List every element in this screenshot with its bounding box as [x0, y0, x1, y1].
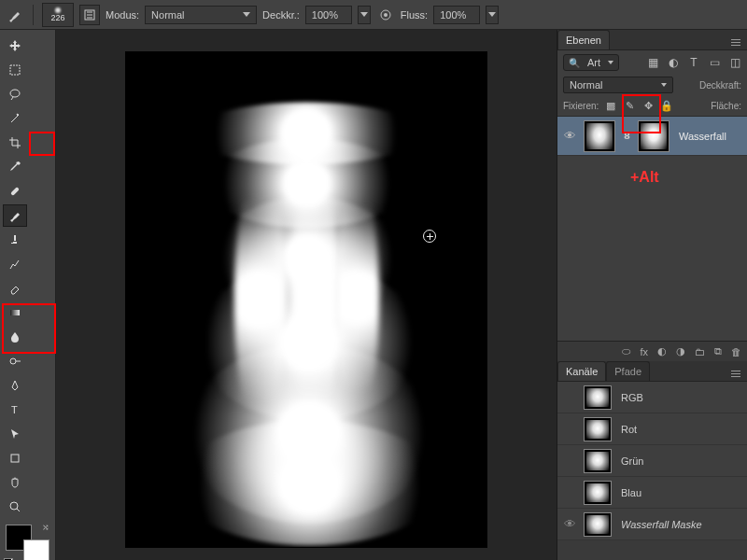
brush-preset-picker[interactable]: 226	[42, 3, 74, 27]
layers-panel-footer: ⬭ fx ◐ ◑ 🗀 ⧉ 🗑	[557, 341, 747, 361]
wand-tool[interactable]	[3, 107, 27, 130]
svg-rect-3	[10, 65, 20, 75]
channel-row[interactable]: 👁 Wasserfall Maske	[557, 509, 747, 540]
caret-down-icon	[608, 61, 613, 64]
tab-channels[interactable]: Kanäle	[557, 361, 606, 381]
filter-type-icon[interactable]: T	[687, 56, 700, 69]
color-swatches[interactable]: ⤭	[4, 523, 51, 560]
annotation-text: +Alt	[630, 169, 659, 186]
caret-down-icon	[243, 12, 250, 17]
history-brush-tool[interactable]	[3, 253, 27, 275]
link-layers-icon[interactable]: ⬭	[622, 345, 630, 357]
new-layer-icon[interactable]: ⧉	[714, 345, 722, 357]
waterfall-image	[162, 85, 451, 533]
filter-smart-icon[interactable]: ◫	[728, 56, 741, 69]
brush-panel-toggle[interactable]	[79, 5, 100, 25]
filter-shape-icon[interactable]: ▭	[708, 56, 721, 69]
channel-thumbnail	[584, 385, 612, 410]
eyedropper-tool[interactable]	[3, 156, 27, 178]
tab-paths[interactable]: Pfade	[606, 361, 650, 381]
marquee-tool[interactable]	[3, 59, 27, 81]
gradient-tool[interactable]	[3, 301, 27, 324]
channel-name: Rot	[621, 424, 637, 435]
layer-list: 👁 𝟴 Wasserfall +Alt	[557, 117, 747, 341]
new-group-icon[interactable]: 🗀	[695, 346, 705, 357]
shape-tool[interactable]	[3, 447, 27, 469]
pen-tool[interactable]	[3, 374, 27, 397]
lock-transparent-icon[interactable]: ▩	[604, 99, 617, 112]
dodge-tool[interactable]	[3, 350, 27, 372]
channel-thumbnail	[584, 481, 612, 505]
channel-thumbnail	[584, 417, 612, 441]
layers-panel-tabs: Ebenen	[557, 30, 747, 50]
visibility-toggle[interactable]: 👁	[561, 129, 578, 143]
layer-filter-label: Art	[587, 57, 600, 68]
lock-position-icon[interactable]: ✥	[641, 99, 655, 112]
blend-mode-select[interactable]: Normal	[145, 6, 257, 24]
opacity-value: 100%	[312, 9, 338, 21]
layer-row[interactable]: 👁 𝟴 Wasserfall	[557, 117, 747, 156]
layer-filter-type[interactable]: 🔍 Art	[563, 54, 619, 71]
zoom-tool[interactable]	[3, 496, 27, 518]
layer-mask-thumbnail[interactable]	[638, 120, 669, 152]
background-swatch[interactable]	[23, 539, 49, 560]
flow-dropdown[interactable]	[486, 6, 499, 24]
layer-name[interactable]: Wasserfall	[679, 131, 726, 142]
flow-label: Fluss:	[401, 9, 428, 21]
lock-all-icon[interactable]: 🔒	[660, 99, 673, 112]
move-tool[interactable]	[3, 35, 27, 57]
opacity-field[interactable]: 100%	[305, 6, 352, 24]
mode-label: Modus:	[106, 9, 139, 21]
layers-panel: 🔍 Art ▦ ◐ T ▭ ◫ Normal Deckkraft:	[557, 50, 747, 341]
svg-point-10	[10, 502, 18, 510]
fill-label: Fläche:	[711, 101, 741, 111]
search-icon: 🔍	[569, 58, 580, 68]
svg-point-7	[10, 358, 16, 364]
path-select-tool[interactable]	[3, 423, 27, 445]
eraser-tool[interactable]	[3, 277, 27, 300]
swap-colors-icon[interactable]: ⤭	[42, 523, 49, 532]
add-adjustment-icon[interactable]: ◑	[676, 345, 685, 357]
opacity-dropdown[interactable]	[358, 6, 371, 24]
delete-layer-icon[interactable]: 🗑	[731, 346, 741, 357]
tool-preset-icon[interactable]	[6, 6, 24, 24]
panel-menu-icon[interactable]	[728, 366, 743, 381]
caret-down-icon	[360, 12, 368, 17]
flow-field[interactable]: 100%	[433, 6, 480, 24]
panel-menu-icon[interactable]	[728, 35, 743, 49]
type-tool[interactable]: T	[3, 399, 27, 421]
filter-adjust-icon[interactable]: ◐	[667, 56, 680, 69]
canvas-area[interactable]	[56, 30, 557, 560]
tab-layers[interactable]: Ebenen	[557, 30, 610, 49]
channel-name: Blau	[621, 487, 641, 498]
caret-down-icon	[488, 12, 496, 17]
filter-pixel-icon[interactable]: ▦	[646, 56, 659, 69]
opacity-label: Deckkr.:	[262, 9, 300, 21]
pressure-opacity-icon[interactable]	[376, 6, 395, 24]
blur-tool[interactable]	[3, 326, 27, 348]
fx-icon[interactable]: fx	[640, 346, 648, 357]
hand-tool[interactable]	[3, 471, 27, 494]
layer-blend-select[interactable]: Normal	[563, 77, 673, 93]
stamp-tool[interactable]	[3, 229, 27, 251]
channels-panel-tabs: Kanäle Pfade	[557, 361, 747, 382]
channel-name: Wasserfall Maske	[621, 519, 702, 530]
healing-tool[interactable]	[3, 180, 27, 203]
add-mask-icon[interactable]: ◐	[657, 345, 667, 357]
channel-row[interactable]: Rot	[557, 413, 747, 445]
caret-down-icon	[661, 83, 667, 87]
channel-name: Grün	[621, 455, 643, 467]
brush-tool[interactable]	[3, 204, 27, 227]
channel-row[interactable]: Grün	[557, 445, 747, 477]
channel-row[interactable]: Blau	[557, 477, 747, 509]
lasso-tool[interactable]	[3, 83, 27, 105]
layer-thumbnail[interactable]	[584, 120, 615, 152]
brush-cursor	[423, 230, 436, 243]
toolbox: T ⤭	[0, 30, 56, 560]
mask-link-icon[interactable]: 𝟴	[621, 131, 632, 141]
options-bar: 226 Modus: Normal Deckkr.: 100% Fluss: 1…	[0, 0, 747, 30]
visibility-toggle[interactable]: 👁	[561, 517, 578, 531]
crop-tool[interactable]	[3, 132, 27, 154]
lock-pixels-icon[interactable]: ✎	[623, 99, 636, 112]
channel-row[interactable]: RGB	[557, 382, 747, 413]
